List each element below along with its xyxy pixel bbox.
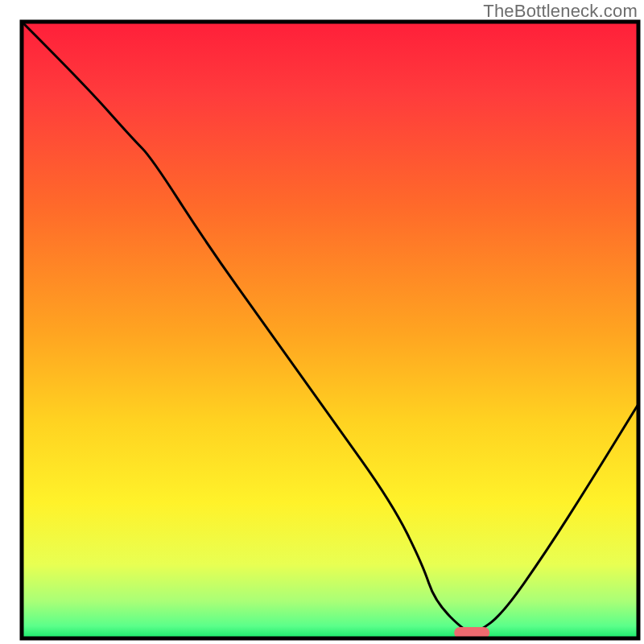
chart-container: { "watermark": "TheBottleneck.com", "cha… [0, 0, 644, 644]
gradient-background [22, 22, 638, 638]
bottleneck-chart [0, 0, 644, 644]
watermark-text: TheBottleneck.com [483, 1, 638, 22]
